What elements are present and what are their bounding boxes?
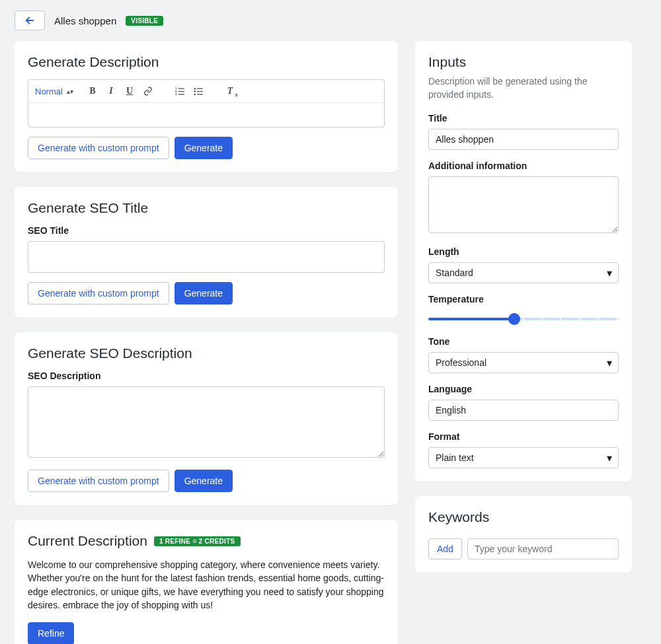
inputs-subtitle: Description will be generated using the … xyxy=(428,75,619,101)
card-heading: Current Description xyxy=(28,533,147,549)
ordered-list-icon: 123 xyxy=(175,87,185,96)
link-button[interactable] xyxy=(141,84,155,98)
generate-button[interactable]: Generate xyxy=(175,470,233,492)
page-title: Alles shoppen xyxy=(54,15,116,26)
card-heading: Generate Description xyxy=(28,54,385,70)
back-button[interactable] xyxy=(15,11,45,30)
unordered-list-button[interactable] xyxy=(191,84,206,98)
page-header: Alles shoppen VISIBLE xyxy=(15,11,646,30)
svg-rect-11 xyxy=(197,90,203,91)
language-input[interactable] xyxy=(428,400,619,421)
additional-info-label: Additional information xyxy=(428,161,619,171)
svg-rect-3 xyxy=(178,94,184,94)
seo-title-label: SEO Title xyxy=(28,225,385,236)
keyword-input[interactable] xyxy=(467,538,619,559)
editor-toolbar: Normal ▴▾ B I U 123 xyxy=(28,80,384,103)
svg-point-9 xyxy=(194,93,196,95)
length-label: Length xyxy=(428,246,619,257)
arrow-left-icon xyxy=(24,15,36,26)
chevron-up-down-icon: ▴▾ xyxy=(67,88,73,95)
unordered-list-icon xyxy=(194,87,204,96)
svg-point-8 xyxy=(194,90,196,92)
card-generate-description: Generate Description Normal ▴▾ B I U xyxy=(15,41,398,172)
svg-point-7 xyxy=(194,87,196,89)
temperature-slider[interactable] xyxy=(428,310,619,326)
format-select[interactable]: Plain text xyxy=(428,447,619,468)
svg-rect-12 xyxy=(197,94,203,94)
card-inputs: Inputs Description will be generated usi… xyxy=(415,41,632,482)
title-label: Title xyxy=(428,113,619,124)
language-label: Language xyxy=(428,384,619,394)
format-label: Format xyxy=(428,431,619,442)
refine-credits-badge: 1 REFINE = 2 CREDITS xyxy=(154,536,241,546)
visibility-badge: VISIBLE xyxy=(126,16,163,26)
clear-format-button[interactable]: Tx xyxy=(223,84,237,98)
card-keywords: Keywords Add xyxy=(415,496,632,573)
ordered-list-button[interactable]: 123 xyxy=(173,84,187,98)
card-heading: Generate SEO Description xyxy=(28,345,385,361)
bold-button[interactable]: B xyxy=(85,84,100,98)
tone-label: Tone xyxy=(428,336,619,347)
add-keyword-button[interactable]: Add xyxy=(428,538,462,559)
underline-button[interactable]: U xyxy=(122,84,137,98)
card-heading: Generate SEO Title xyxy=(28,200,385,216)
card-generate-seo-description: Generate SEO Description SEO Description… xyxy=(15,332,398,505)
editor-content[interactable] xyxy=(28,103,384,127)
generate-custom-prompt-button[interactable]: Generate with custom prompt xyxy=(28,282,169,304)
card-heading: Inputs xyxy=(428,54,619,70)
seo-description-label: SEO Description xyxy=(28,371,385,381)
seo-description-textarea[interactable] xyxy=(28,386,385,458)
length-select[interactable]: Standard xyxy=(428,262,619,283)
svg-rect-10 xyxy=(197,88,203,89)
card-heading: Keywords xyxy=(428,509,619,525)
italic-button[interactable]: I xyxy=(104,84,118,98)
temperature-label: Temperature xyxy=(428,294,619,304)
seo-title-input[interactable] xyxy=(28,241,385,273)
title-input[interactable] xyxy=(428,129,619,150)
link-icon xyxy=(143,87,153,96)
rich-text-editor[interactable]: Normal ▴▾ B I U 123 xyxy=(28,79,385,127)
generate-custom-prompt-button[interactable]: Generate with custom prompt xyxy=(28,470,169,492)
refine-button[interactable]: Refine xyxy=(28,622,74,644)
svg-rect-2 xyxy=(178,90,184,91)
generate-button[interactable]: Generate xyxy=(175,282,233,304)
generate-custom-prompt-button[interactable]: Generate with custom prompt xyxy=(28,137,169,159)
svg-text:3: 3 xyxy=(175,92,177,96)
svg-rect-1 xyxy=(178,88,184,89)
card-current-description: Current Description 1 REFINE = 2 CREDITS… xyxy=(15,520,398,644)
card-generate-seo-title: Generate SEO Title SEO Title Generate wi… xyxy=(15,187,398,318)
additional-info-textarea[interactable] xyxy=(428,176,619,233)
generate-button[interactable]: Generate xyxy=(175,137,233,159)
current-description-text: Welcome to our comprehensive shopping ca… xyxy=(28,558,385,612)
tone-select[interactable]: Professional xyxy=(428,352,619,373)
